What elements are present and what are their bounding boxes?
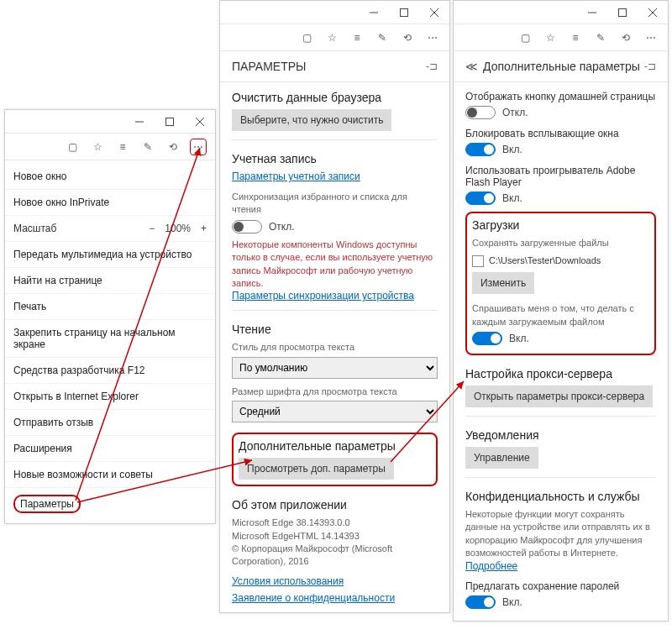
downloads-ask-label: Спрашивать меня о том, что делать с кажд… xyxy=(472,302,649,328)
zoom-label: Масштаб xyxy=(13,223,56,234)
reading-view-icon[interactable]: ▢ xyxy=(298,29,315,46)
minimize-button[interactable] xyxy=(359,1,389,24)
sync-warning: Некоторые компоненты Windows доступны то… xyxy=(232,239,438,291)
account-settings-link[interactable]: Параметры учетной записи xyxy=(232,170,360,182)
privacy-note: Некоторые функции могут сохранять данные… xyxy=(465,508,656,560)
popup-state: Вкл. xyxy=(502,144,522,155)
passwords-toggle[interactable] xyxy=(465,595,496,609)
pin-icon[interactable]: -⊐ xyxy=(426,60,438,72)
advanced-heading: Дополнительные параметры xyxy=(239,439,431,453)
menu-open-ie[interactable]: Открыть в Internet Explorer xyxy=(5,384,215,410)
reading-heading: Чтение xyxy=(232,323,438,336)
privacy-more-link[interactable]: Подробнее xyxy=(465,560,517,572)
downloads-change-button[interactable]: Изменить xyxy=(472,272,534,294)
zoom-in-icon[interactable]: + xyxy=(201,223,207,234)
menu-settings[interactable]: Параметры xyxy=(5,488,215,520)
more-menu-button[interactable]: ⋯ xyxy=(190,139,207,155)
passwords-state: Вкл. xyxy=(502,596,522,608)
menu-devtools[interactable]: Средства разработчика F12 xyxy=(5,358,215,384)
hub-icon[interactable]: ≡ xyxy=(349,29,365,46)
flash-label: Использовать проигрыватель Adobe Flash P… xyxy=(465,165,656,188)
browser-menu-panel: ▢ ☆ ≡ ✎ ⟲ ⋯ Новое окно Новое окно InPriv… xyxy=(4,109,216,524)
terms-link[interactable]: Условия использования xyxy=(232,575,344,587)
notifications-heading: Уведомления xyxy=(465,428,656,442)
flash-toggle[interactable] xyxy=(465,191,496,205)
notes-icon[interactable]: ✎ xyxy=(374,29,391,46)
style-select[interactable]: По умолчанию xyxy=(232,357,438,379)
menu-extensions[interactable]: Расширения xyxy=(5,436,215,462)
home-button-toggle[interactable] xyxy=(465,106,496,119)
more-menu-button[interactable]: ⋯ xyxy=(643,29,659,46)
toolbar: ▢ ☆ ≡ ✎ ⟲ ⋯ xyxy=(454,24,668,51)
minimize-button[interactable] xyxy=(124,110,155,134)
zoom-value: 100% xyxy=(165,223,191,234)
favorite-star-icon[interactable]: ☆ xyxy=(89,139,106,155)
share-icon[interactable]: ⟲ xyxy=(617,29,634,46)
menu-feedback[interactable]: Отправить отзыв xyxy=(5,410,215,436)
style-label: Стиль для просмотра текста xyxy=(232,341,438,354)
minimize-button[interactable] xyxy=(577,1,607,24)
notes-icon[interactable]: ✎ xyxy=(592,29,609,46)
home-button-state: Откл. xyxy=(502,107,528,118)
downloads-path: C:\Users\Tester\Downloads xyxy=(489,255,601,265)
zoom-out-icon[interactable]: − xyxy=(149,223,155,234)
menu-new-inprivate[interactable]: Новое окно InPrivate xyxy=(5,190,215,216)
sync-settings-link[interactable]: Параметры синхронизации устройства xyxy=(232,290,414,302)
popup-toggle[interactable] xyxy=(465,143,496,156)
titlebar xyxy=(220,1,449,24)
menu-cast[interactable]: Передать мультимедиа на устройство xyxy=(5,242,215,268)
reading-view-icon[interactable]: ▢ xyxy=(64,139,81,155)
settings-panel: ▢ ☆ ≡ ✎ ⟲ ⋯ ПАРАМЕТРЫ -⊐ Очистить данные… xyxy=(219,0,450,613)
flash-state: Вкл. xyxy=(502,192,522,204)
svg-rect-9 xyxy=(619,8,627,16)
maximize-button[interactable] xyxy=(155,110,185,134)
close-button[interactable] xyxy=(185,110,215,134)
favorite-star-icon[interactable]: ☆ xyxy=(542,29,559,46)
clear-data-button[interactable]: Выберите, что нужно очистить xyxy=(232,109,391,131)
hub-icon[interactable]: ≡ xyxy=(567,29,584,46)
notifications-button[interactable]: Управление xyxy=(465,447,538,469)
pin-icon[interactable]: -⊐ xyxy=(644,60,656,72)
downloads-path-checkbox[interactable] xyxy=(472,255,484,267)
zoom-row: Масштаб − 100% + xyxy=(5,216,215,242)
pane-title-row: ПАРАМЕТРЫ -⊐ xyxy=(220,51,449,82)
advanced-settings-panel: ▢ ☆ ≡ ✎ ⟲ ⋯ ≪Дополнительные параметры -⊐… xyxy=(453,0,669,622)
about-copyright: © Корпорация Майкрософт (Microsoft Corpo… xyxy=(232,543,438,569)
proxy-heading: Настройка прокси-сервера xyxy=(465,367,656,380)
notes-icon[interactable]: ✎ xyxy=(139,139,156,155)
menu-whatsnew[interactable]: Новые возможности и советы xyxy=(5,462,215,488)
maximize-button[interactable] xyxy=(607,1,638,24)
more-menu-button[interactable]: ⋯ xyxy=(424,29,441,46)
passwords-label: Предлагать сохранение паролей xyxy=(465,580,656,592)
hub-icon[interactable]: ≡ xyxy=(114,139,131,155)
font-size-label: Размер шрифта для просмотра текста xyxy=(232,386,438,398)
proxy-button[interactable]: Открыть параметры прокси-сервера xyxy=(465,386,653,407)
toolbar: ▢ ☆ ≡ ✎ ⟲ ⋯ xyxy=(5,134,215,160)
back-icon[interactable]: ≪ xyxy=(465,60,478,73)
maximize-button[interactable] xyxy=(389,1,419,24)
reading-view-icon[interactable]: ▢ xyxy=(517,29,533,46)
font-size-select[interactable]: Средний xyxy=(232,401,438,422)
share-icon[interactable]: ⟲ xyxy=(165,139,181,155)
privacy-heading: Конфиденциальность и службы xyxy=(465,490,656,503)
menu-find[interactable]: Найти на странице xyxy=(5,268,215,294)
privacy-link[interactable]: Заявление о конфиденциальности xyxy=(232,592,395,604)
downloads-ask-state: Вкл. xyxy=(509,333,529,344)
downloads-heading: Загрузки xyxy=(472,218,649,232)
advanced-settings-button[interactable]: Просмотреть доп. параметры xyxy=(239,458,394,480)
menu: Новое окно Новое окно InPrivate Масштаб … xyxy=(5,160,215,523)
share-icon[interactable]: ⟲ xyxy=(399,29,416,46)
titlebar xyxy=(454,1,668,24)
about-edge-ver: Microsoft Edge 38.14393.0.0 xyxy=(232,517,438,529)
menu-pin-start[interactable]: Закрепить страницу на начальном экране xyxy=(5,320,215,358)
menu-print[interactable]: Печать xyxy=(5,294,215,320)
close-button[interactable] xyxy=(419,1,449,24)
svg-rect-5 xyxy=(401,8,408,16)
svg-rect-1 xyxy=(166,118,174,125)
close-button[interactable] xyxy=(638,1,668,24)
favorite-star-icon[interactable]: ☆ xyxy=(323,29,340,46)
menu-new-window[interactable]: Новое окно xyxy=(5,164,215,190)
downloads-ask-toggle[interactable] xyxy=(472,332,502,345)
pane-title-row: ≪Дополнительные параметры -⊐ xyxy=(454,51,668,82)
sync-label: Синхронизация избранного и списка для чт… xyxy=(232,191,438,217)
